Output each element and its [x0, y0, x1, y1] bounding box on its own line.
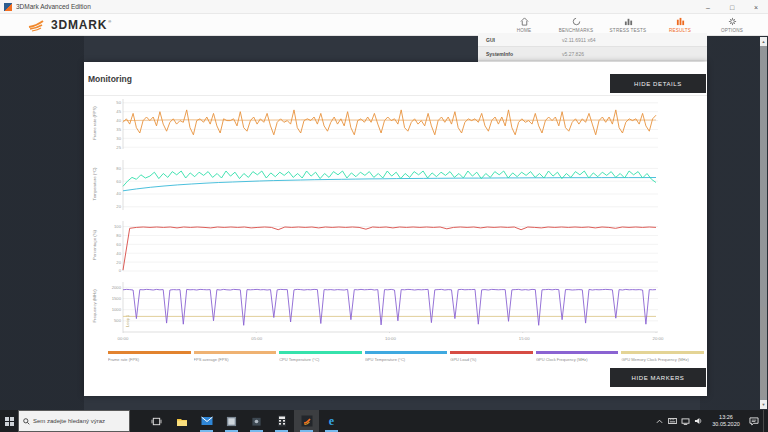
loop-marker-label: Loop 1 [125, 315, 130, 327]
volume-icon[interactable] [693, 410, 704, 432]
svg-text:20: 20 [116, 204, 121, 209]
svg-text:80: 80 [116, 166, 121, 171]
legend-label: CPU Temperature (°C) [279, 357, 362, 362]
close-button[interactable]: × [744, 0, 768, 14]
taskbar-clock[interactable]: 13:26 30.05.2020 [706, 414, 746, 428]
legend-label: FPS average (FPS) [194, 357, 277, 362]
legend-color-bar [621, 351, 704, 354]
legend-label: GPU Temperature (°C) [365, 357, 448, 362]
taskbar: Sem zadejte hledaný výraz [0, 410, 768, 432]
x-axis-tick-label: 05:00 [251, 336, 262, 341]
mail-icon[interactable] [194, 410, 219, 432]
legend-item[interactable]: Frame rate (FPS) [108, 351, 191, 362]
svg-text:30: 30 [116, 136, 121, 141]
3dmark-swoosh-icon [28, 18, 48, 32]
home-icon [520, 17, 529, 26]
row-label: SystemInfo [486, 51, 562, 57]
y-axis-label: Frame rate (FPS) [92, 97, 102, 149]
windows-logo-icon [5, 417, 14, 426]
legend-item[interactable]: GPU Temperature (°C) [365, 351, 448, 362]
x-axis-labels: 00:0005:0010:0015:0020:00 [123, 336, 658, 344]
logo-text: 3DMARK [51, 18, 107, 32]
hide-details-button[interactable]: HIDE DETAILS [610, 74, 706, 93]
nav-options[interactable]: OPTIONS [706, 14, 758, 36]
monitoring-panel: Monitoring HIDE DETAILS Frame rate (FPS)… [84, 62, 707, 396]
hide-markers-button[interactable]: HIDE MARKERS [610, 368, 706, 387]
svg-text:40: 40 [116, 191, 121, 196]
scrollbar-thumb[interactable] [761, 307, 766, 397]
search-input[interactable]: Sem zadejte hledaný výraz [18, 410, 130, 432]
x-axis-tick-label: 00:00 [118, 336, 129, 341]
start-button[interactable] [0, 410, 18, 432]
svg-text:40: 40 [116, 251, 121, 256]
chart-temperature: Temperature (°C) 80604020 [84, 159, 684, 211]
chart-frequency: Frequency (MHz) 200015001000500 Loop 1 [84, 281, 684, 333]
show-desktop-button[interactable] [763, 410, 766, 432]
svg-text:1500: 1500 [112, 296, 122, 301]
task-view-icon[interactable] [144, 410, 169, 432]
minimize-button[interactable]: – [696, 0, 720, 14]
photos-icon[interactable] [219, 410, 244, 432]
legend-label: GPU Memory Clock Frequency (MHz) [621, 357, 704, 362]
nav-label: OPTIONS [721, 28, 743, 33]
desktop: 3DMark Advanced Edition – □ × 3DMARK ® H… [0, 0, 768, 432]
search-placeholder: Sem zadejte hledaný výraz [33, 418, 105, 424]
svg-text:45: 45 [116, 109, 121, 114]
3dmark-logo: 3DMARK ® [28, 14, 111, 36]
table-row: GUI v2.11.6911 x64 [478, 33, 707, 47]
legend-label: Frame rate (FPS) [108, 357, 191, 362]
tray-chevron-up-icon[interactable] [654, 410, 665, 432]
x-axis-tick-label: 15:00 [519, 336, 530, 341]
legend: Frame rate (FPS)FPS average (FPS)CPU Tem… [108, 351, 704, 362]
scroll-up-icon[interactable]: ▲ [760, 37, 767, 46]
legend-item[interactable]: FPS average (FPS) [194, 351, 277, 362]
legend-color-bar [536, 351, 619, 354]
legend-label: GPU Clock Frequency (MHz) [536, 357, 619, 362]
legend-color-bar [279, 351, 362, 354]
svg-text:500: 500 [114, 318, 122, 323]
legend-item[interactable]: GPU Memory Clock Frequency (MHz) [621, 351, 704, 362]
scrollbar[interactable]: ▲ ▼ [760, 37, 767, 409]
page-title: Monitoring [88, 74, 132, 84]
results-chart-icon [676, 17, 685, 26]
file-explorer-icon[interactable] [169, 410, 194, 432]
maximize-button[interactable]: □ [720, 0, 744, 14]
y-axis-label: Temperature (°C) [92, 158, 102, 210]
svg-text:2000: 2000 [112, 285, 122, 290]
row-value: v2.11.6911 x64 [562, 37, 595, 43]
search-icon [23, 418, 30, 425]
row-value: v5.27.826 [562, 51, 584, 57]
legend-item[interactable]: GPU Clock Frequency (MHz) [536, 351, 619, 362]
scroll-down-icon[interactable]: ▼ [760, 400, 767, 409]
legend-color-bar [194, 351, 277, 354]
x-axis-tick-label: 10:00 [385, 336, 396, 341]
svg-text:1000: 1000 [112, 307, 122, 312]
svg-text:25: 25 [116, 145, 121, 150]
svg-text:50: 50 [116, 100, 121, 105]
version-details-panel: GUI v2.11.6911 x64 SystemInfo v5.27.826 [478, 33, 707, 62]
edge-icon[interactable]: e [319, 410, 344, 432]
x-axis-tick-label: 20:00 [653, 336, 664, 341]
action-center-icon[interactable] [748, 410, 759, 432]
clock-date: 30.05.2020 [706, 421, 746, 428]
y-axis-label: Percentage (%) [92, 219, 102, 271]
store-icon[interactable] [244, 410, 269, 432]
svg-text:100: 100 [114, 224, 122, 229]
svg-text:35: 35 [116, 127, 121, 132]
window-titlebar: 3DMark Advanced Edition [0, 0, 768, 14]
3dmark-icon[interactable] [294, 410, 319, 432]
legend-color-bar [450, 351, 533, 354]
table-row: SystemInfo v5.27.826 [478, 47, 707, 61]
system-tray: 13:26 30.05.2020 [654, 410, 766, 432]
touch-keyboard-icon[interactable] [667, 410, 678, 432]
app-icon [4, 3, 12, 11]
gear-icon [728, 17, 737, 26]
network-icon[interactable] [680, 410, 691, 432]
calculator-icon[interactable] [269, 410, 294, 432]
clock-time: 13:26 [706, 414, 746, 421]
legend-item[interactable]: GPU Load (%) [450, 351, 533, 362]
y-axis-label: Frequency (MHz) [92, 280, 102, 332]
row-label: GUI [486, 37, 562, 43]
svg-text:60: 60 [116, 242, 121, 247]
legend-item[interactable]: CPU Temperature (°C) [279, 351, 362, 362]
